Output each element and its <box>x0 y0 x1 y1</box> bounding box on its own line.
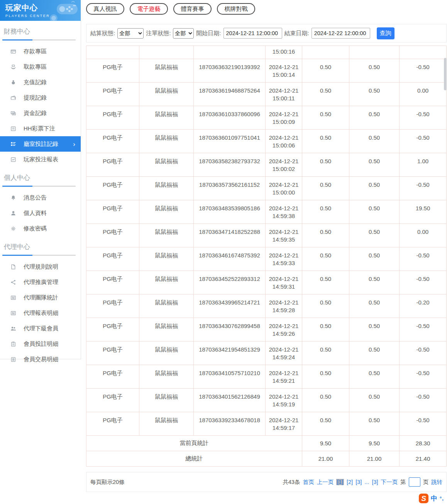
time-cell: 2024-12-21 14:59:24 <box>266 342 302 365</box>
order-id-cell: 1870363573562161152 <box>194 177 266 200</box>
sidebar-item[interactable]: 代理推廣管理 <box>0 274 81 290</box>
start-date-input[interactable] <box>224 28 282 39</box>
page-link[interactable]: [2] <box>347 479 353 485</box>
sidebar-item[interactable]: 會員交易明細 <box>0 352 81 367</box>
ime-punctuation-indicator[interactable]: °, <box>440 496 444 501</box>
winloss-cell: -0.50 <box>400 342 447 365</box>
time-cell: 2024-12-21 14:59:19 <box>266 389 302 412</box>
summary-label-cell: 當前頁統計 <box>86 436 302 451</box>
time-cell: 2024-12-21 15:00:14 <box>266 59 302 83</box>
table-row: PG电子鼠鼠福福18703636010977510412024-12-21 15… <box>86 130 447 153</box>
sidebar-item[interactable]: 代理規則說明 <box>0 259 81 274</box>
platform-cell: PG电子 <box>86 59 139 83</box>
ime-toolbar: S 中 °, <box>419 493 444 504</box>
valid-bet-cell: 0.50 <box>349 342 400 365</box>
valid-bet-cell: 0.50 <box>349 106 400 130</box>
section-underline <box>2 255 76 256</box>
category-tab[interactable]: 體育賽事 <box>173 3 212 15</box>
filter-bar: 結算狀態: 全部 注單狀態: 全部 開始日期: 結束日期: 查詢 <box>86 24 447 42</box>
jump-label-prefix: 第 <box>400 479 406 486</box>
order-id-cell: 1870363483539805186 <box>194 200 266 224</box>
game-cell: 鼠鼠福福 <box>139 365 194 389</box>
category-tab[interactable]: 真人視訊 <box>86 3 124 15</box>
sidebar-item[interactable]: 修改密碼 <box>0 221 81 236</box>
page-link[interactable]: [1] <box>336 479 344 485</box>
sidebar-item[interactable]: 玩家投注報表 <box>0 152 81 167</box>
sidebar-item[interactable]: 充值記錄 <box>0 74 81 90</box>
end-date-label: 結束日期: <box>284 30 309 37</box>
platform-cell: PG电子 <box>86 224 139 247</box>
sidebar-item[interactable]: HH彩票下注 <box>0 121 81 136</box>
sidebar-item-label: 玩家投注報表 <box>24 156 58 163</box>
sidebar-item[interactable]: 會員投註明細 <box>0 336 81 352</box>
game-cell: 鼠鼠福福 <box>139 153 194 177</box>
summary-label-cell: 總統計 <box>86 451 302 467</box>
page-link[interactable]: [3] <box>372 479 378 485</box>
ime-language-indicator[interactable]: 中 <box>431 494 437 503</box>
order-id-cell: 1870363619468875264 <box>194 83 266 106</box>
valid-bet-cell: 0.50 <box>349 365 400 389</box>
bet-cell: 0.50 <box>302 130 349 153</box>
order-id-cell <box>194 46 266 59</box>
sidebar-menu: 財務中心存款專區取款專區充值記錄提現記錄資金記錄HH彩票下注廳室投註記錄›玩家投… <box>0 27 81 367</box>
sidebar-item-label: 個人資料 <box>24 210 47 217</box>
card-icon <box>10 49 16 54</box>
page-jump-input[interactable] <box>409 477 420 487</box>
time-cell: 15:00:16 <box>266 46 302 59</box>
bet-cell: 0.50 <box>302 59 349 83</box>
table-row-partial: 15:00:16 <box>86 46 447 59</box>
winloss-cell: -0.50 <box>400 412 447 436</box>
bet-cell: 0.50 <box>302 106 349 130</box>
platform-cell: PG电子 <box>86 294 139 318</box>
total-count-text: 共43条 <box>283 479 300 486</box>
table-row: PG电子鼠鼠福福18703635823827937322024-12-21 15… <box>86 153 447 177</box>
summary-row: 總統計21.0021.0021.40 <box>86 451 447 467</box>
game-cell: 鼠鼠福福 <box>139 318 194 342</box>
sidebar-item[interactable]: 消息公告 <box>0 190 81 205</box>
sidebar-item[interactable]: 代理團隊統計 <box>0 290 81 305</box>
valid-bet-cell: 0.50 <box>349 200 400 224</box>
bet-cell: 0.50 <box>302 342 349 365</box>
game-cell: 鼠鼠福福 <box>139 271 194 294</box>
platform-cell: PG电子 <box>86 153 139 177</box>
page-link[interactable]: [3] <box>356 479 362 485</box>
hand-coin-icon <box>10 64 16 70</box>
sidebar-item[interactable]: 資金記錄 <box>0 105 81 121</box>
category-tab[interactable]: 棋牌對戰 <box>217 3 255 15</box>
sogou-logo-icon[interactable]: S <box>419 494 428 503</box>
valid-bet-cell: 0.50 <box>349 318 400 342</box>
valid-bet-cell: 0.50 <box>349 271 400 294</box>
time-cell: 2024-12-21 15:00:02 <box>266 153 302 177</box>
vertical-scrollbar-thumb[interactable] <box>444 58 447 90</box>
end-date-input[interactable] <box>312 28 370 39</box>
platform-cell: PG电子 <box>86 106 139 130</box>
first-page-link[interactable]: 首页 <box>303 479 314 486</box>
order-id-cell: 1870363421954851329 <box>194 342 266 365</box>
sidebar-item[interactable]: 提現記錄 <box>0 90 81 105</box>
sidebar-item-label: 會員交易明細 <box>24 356 58 363</box>
prev-page-link[interactable]: 上一页 <box>317 479 334 486</box>
valid-bet-cell: 0.50 <box>349 294 400 318</box>
app-title: 玩家中心 <box>5 3 81 13</box>
game-cell: 鼠鼠福福 <box>139 59 194 83</box>
table-row: PG电子鼠鼠福福18703634616748753922024-12-21 14… <box>86 247 447 271</box>
winloss-cell: -0.50 <box>400 177 447 200</box>
order-id-cell: 1870363392334678018 <box>194 412 266 436</box>
sidebar-item[interactable]: 個人資料 <box>0 205 81 221</box>
time-cell: 2024-12-21 15:00:11 <box>266 83 302 106</box>
sidebar-item[interactable]: 存款專區 <box>0 44 81 59</box>
sidebar-item[interactable]: 取款專區 <box>0 59 81 74</box>
category-tab[interactable]: 電子遊藝 <box>130 3 168 15</box>
order-status-select[interactable]: 全部 <box>173 28 194 39</box>
sidebar-item[interactable]: 代理報表明細 <box>0 305 81 321</box>
jump-button[interactable]: 跳转 <box>431 479 442 486</box>
next-page-link[interactable]: 下一页 <box>381 479 398 486</box>
settle-status-select[interactable]: 全部 <box>117 28 144 39</box>
sidebar-item[interactable]: 廳室投註記錄› <box>0 136 81 152</box>
platform-cell: PG电子 <box>86 365 139 389</box>
search-button[interactable]: 查詢 <box>377 27 395 39</box>
valid-bet-cell: 0.50 <box>349 83 400 106</box>
time-cell: 2024-12-21 14:59:26 <box>266 318 302 342</box>
category-tabs: 真人視訊電子遊藝體育賽事棋牌對戰 <box>86 3 447 15</box>
sidebar-item[interactable]: 代理下級會員 <box>0 321 81 336</box>
